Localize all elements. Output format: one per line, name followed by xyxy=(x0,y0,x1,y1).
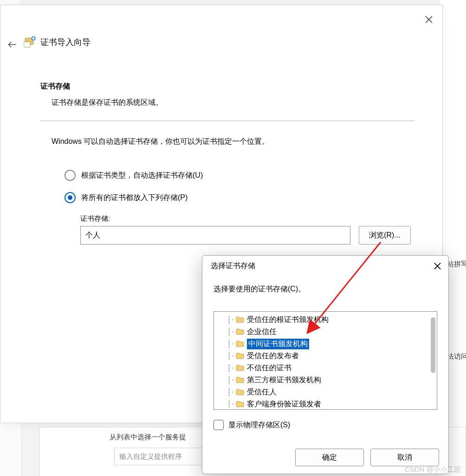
browse-button[interactable]: 浏览(R)... xyxy=(359,226,411,244)
show-physical-label: 显示物理存储区(S) xyxy=(228,420,290,430)
tree-item[interactable]: ┆‧受信任的发布者 xyxy=(218,350,428,362)
tree-item-label: 受信任的发布者 xyxy=(247,351,299,361)
wizard-content: 证书存储 证书存储是保存证书的系统区域。 Windows 可以自动选择证书存储，… xyxy=(40,82,414,244)
popup-instruction: 选择要使用的证书存储(C)。 xyxy=(214,284,305,294)
hint-text: Windows 可以自动选择证书存储，你也可以为证书指定一个位置。 xyxy=(52,137,414,147)
tree-connector: ┆‧ xyxy=(227,340,234,348)
certificate-store-input[interactable]: 个人 xyxy=(80,226,350,244)
folder-icon xyxy=(236,353,244,359)
tree-connector: ┆‧ xyxy=(227,376,234,385)
tree-item-label: 第三方根证书颁发机构 xyxy=(247,375,321,385)
folder-icon xyxy=(236,328,244,335)
radio-manual-select[interactable]: 将所有的证书都放入下列存储(P) xyxy=(65,192,414,203)
tree-item[interactable]: ┆‧企业信任 xyxy=(218,326,428,338)
close-icon xyxy=(425,16,433,23)
store-label: 证书存储: xyxy=(80,214,414,223)
tree-item-label: 不信任的证书 xyxy=(247,363,291,373)
tree-item-label: 受信任的根证书颁发机构 xyxy=(247,315,329,325)
watermark: CSDN @小小工匠 xyxy=(405,465,461,474)
tree-connector: ┆‧ xyxy=(227,364,234,373)
radio-auto-select[interactable]: 根据证书类型，自动选择证书存储(U) xyxy=(65,170,414,181)
tree-item[interactable]: ┆‧不信任的证书 xyxy=(218,362,428,374)
radio-icon xyxy=(65,192,76,203)
checkbox-icon xyxy=(214,420,224,430)
close-icon xyxy=(434,263,441,270)
cancel-button[interactable]: 取消 xyxy=(370,449,439,466)
tree-item-label: 中间证书颁发机构 xyxy=(247,339,309,349)
wizard-icon xyxy=(24,35,37,48)
folder-icon xyxy=(236,341,244,347)
tree-item[interactable]: ┆‧第三方根证书颁发机构 xyxy=(218,374,428,386)
folder-icon xyxy=(236,377,244,383)
popup-title: 选择证书存储 xyxy=(211,261,255,271)
radio-manual-label: 将所有的证书都放入下列存储(P) xyxy=(81,193,188,203)
select-cert-store-dialog: 选择证书存储 选择要使用的证书存储(C)。 ┆‧受信任的根证书颁发机构┆‧企业信… xyxy=(202,255,449,474)
radio-auto-label: 根据证书类型，自动选择证书存储(U) xyxy=(81,171,203,180)
section-divider xyxy=(40,121,414,121)
tree-item[interactable]: ┆‧中间证书颁发机构 xyxy=(218,338,428,350)
radio-icon xyxy=(65,170,76,181)
bg-bottom-label: 从列表中选择一个服务提 xyxy=(110,433,186,442)
folder-icon xyxy=(236,389,244,395)
ok-button[interactable]: 确定 xyxy=(295,449,364,466)
section-title: 证书存储 xyxy=(40,82,414,91)
close-button[interactable] xyxy=(424,14,434,25)
tree-connector: ┆‧ xyxy=(227,328,234,336)
show-physical-checkbox[interactable]: 显示物理存储区(S) xyxy=(214,420,290,430)
back-button[interactable] xyxy=(5,38,19,51)
arrow-left-icon xyxy=(7,40,17,49)
folder-icon xyxy=(236,365,244,371)
tree-connector: ┆‧ xyxy=(227,400,234,408)
scrollbar-thumb[interactable] xyxy=(431,317,435,373)
tree-item[interactable]: ┆‧客户端身份验证颁发者 xyxy=(218,398,428,407)
section-description: 证书存储是保存证书的系统区域。 xyxy=(52,98,414,108)
folder-icon xyxy=(236,401,244,407)
popup-close-button[interactable] xyxy=(433,261,442,270)
wizard-title: 证书导入向导 xyxy=(40,37,91,48)
svg-rect-4 xyxy=(24,42,30,47)
tree-connector: ┆‧ xyxy=(227,352,234,360)
folder-icon xyxy=(236,316,244,323)
tree-item-label: 企业信任 xyxy=(247,327,277,337)
tree-connector: ┆‧ xyxy=(227,388,234,397)
cert-store-tree: ┆‧受信任的根证书颁发机构┆‧企业信任┆‧中间证书颁发机构┆‧受信任的发布者┆‧… xyxy=(214,311,437,410)
tree-item[interactable]: ┆‧受信任的根证书颁发机构 xyxy=(218,314,428,326)
tree-item[interactable]: ┆‧受信任人 xyxy=(218,386,428,398)
tree-item-label: 受信任人 xyxy=(247,387,277,397)
tree-connector: ┆‧ xyxy=(227,315,234,324)
tree-item-label: 客户端身份验证颁发者 xyxy=(247,399,321,408)
